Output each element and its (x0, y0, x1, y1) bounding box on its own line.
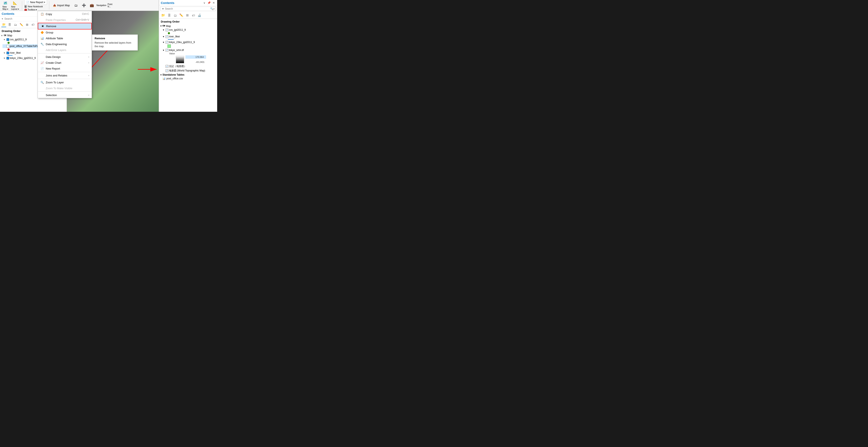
ctx-paste-label: Paste Properties (46, 19, 66, 22)
ctx-separator-1 (38, 53, 92, 54)
ctx-data-design-label: Data Design (46, 55, 61, 58)
right-srtm-checkbox[interactable] (165, 49, 168, 52)
toolbox-label: Toolbox (28, 8, 35, 11)
right-wrench-btn[interactable]: 🔬 (197, 12, 202, 18)
ctx-group-label: Group (46, 31, 53, 34)
left-search-icon: ▼ (1, 18, 4, 20)
post-checkbox[interactable] (6, 45, 9, 48)
srtm-low-value: -43.2401 (185, 60, 206, 64)
right-search-dropdown[interactable]: ▾ (213, 8, 214, 10)
import-map-button[interactable]: 📥 Import Map (51, 3, 71, 8)
right-tree-map[interactable]: ▼ 🗺 Map (159, 24, 217, 28)
ctx-create-chart[interactable]: 📈 Create Chart › (38, 60, 92, 66)
ctx-new-report[interactable]: 📄 New Report (38, 66, 92, 71)
srtm-gradient (176, 56, 184, 63)
toolbar-icon-2[interactable]: ➕ (81, 2, 87, 8)
right-search-input[interactable] (165, 7, 210, 10)
right-filter-icon: ▼ (162, 7, 164, 10)
right-pencil-btn[interactable]: ✏️ (179, 12, 184, 18)
copy-icon: 📋 (40, 12, 44, 16)
ctx-group[interactable]: 🔶 Group (38, 29, 92, 35)
ctx-remove[interactable]: ✖ Remove (38, 23, 92, 29)
joins-icon (40, 73, 44, 77)
right-panel: Contents ∨ 📌 ✕ ▼ 🔍 ▾ 📁 🗄 🗂 ✏️ ⊞ 🏷 🔬 Draw… (159, 0, 217, 112)
ctx-attribute-table-label: Attribute Table (46, 37, 63, 40)
new-layout-label: NewLayout ▾ (11, 6, 19, 10)
toolbox-row: 🧰 Toolbox ▾ (24, 8, 47, 11)
pin-btn[interactable]: 📌 (207, 1, 211, 5)
standalone-arrow: ▼ (160, 74, 162, 76)
right-tokyo-checkbox[interactable] (165, 41, 168, 44)
ctx-attribute-table[interactable]: 📊 Attribute Table (38, 35, 92, 41)
river-checkbox[interactable]: ✓ (6, 52, 9, 54)
right-chikei-checkbox[interactable] (165, 65, 168, 68)
right-tree-chikei2[interactable]: 地形図 (World Topographic Map) (159, 68, 217, 73)
right-grid-btn[interactable]: ⊞ (185, 12, 190, 18)
new-map-button[interactable]: 🗺️ NewMap ▾ (2, 0, 9, 11)
create-chart-arrow: › (88, 61, 89, 64)
right-layers-btn[interactable]: 🗂 (173, 12, 178, 18)
paste-icon (40, 18, 44, 22)
close-btn[interactable]: ✕ (212, 1, 216, 5)
right-db-btn[interactable]: 🗄 (166, 12, 172, 18)
right-tree-csv[interactable]: 📊 post_office.csv (159, 77, 217, 81)
pencil-icon-btn[interactable]: ✏️ (19, 22, 24, 27)
toolbar-icon-3[interactable]: 💼 (89, 2, 95, 8)
ctx-copy[interactable]: 📋 Copy Ctrl+C (38, 11, 92, 17)
right-panel-header: Contents ∨ 📌 ✕ (159, 0, 217, 6)
ctx-separator-2 (38, 72, 92, 72)
toolbar-icon-1[interactable]: 🗂 (73, 2, 79, 8)
new-report-icon: 📄 (26, 1, 29, 4)
right-chikei2-checkbox[interactable] (165, 69, 168, 72)
right-panel-header-buttons: ∨ 📌 ✕ (203, 1, 216, 5)
ctx-separator-4 (38, 91, 92, 92)
separator-1 (22, 1, 22, 10)
srtm-value-label: Value (159, 52, 217, 55)
new-layout-button[interactable]: 📐 NewLayout ▾ (10, 0, 20, 11)
tokyo-label: tokyo_23ku_jgd2011_9 (10, 57, 36, 60)
error-layers-icon (40, 48, 44, 52)
grid-icon-btn[interactable]: ⊞ (25, 22, 30, 27)
cvs-label: cvs_jgd2011_9 (10, 38, 27, 41)
data-design-icon (40, 55, 44, 59)
right-tree-river[interactable]: ▼ river_9kei (159, 35, 217, 38)
tag-icon-btn[interactable]: 🏷 (30, 22, 35, 27)
right-tree-tokyo[interactable]: ▼ tokyo_23ku_jgd2011_9 (159, 40, 217, 44)
new-report-button[interactable]: 📄 New Report ▾ (24, 0, 47, 5)
right-tree-chikei[interactable]: 注記（地形図） (159, 64, 217, 68)
joins-relates-arrow: › (88, 74, 89, 77)
right-tree-srtm[interactable]: ▼ tokyo_srtm.tif (159, 48, 217, 52)
cylinder-icon-btn[interactable]: 🗄 (7, 22, 12, 27)
right-tokyo-symbol (167, 44, 171, 48)
right-cvs-checkbox[interactable] (165, 29, 168, 31)
chevron-down-btn[interactable]: ∨ (203, 1, 206, 5)
ctx-data-design[interactable]: Data Design › (38, 54, 92, 60)
right-tag-btn[interactable]: 🏷 (191, 12, 196, 18)
right-search-icon: 🔍 (210, 7, 213, 10)
right-tree-cvs[interactable]: ▼ cvs_jgd2011_9 (159, 28, 217, 32)
map-label: Map (7, 34, 12, 37)
import-map-label: Import Map (57, 4, 70, 7)
ctx-zoom-to-layer[interactable]: 🔍 Zoom To Layer (38, 79, 92, 85)
right-tree-standalone[interactable]: ▼ Standalone Tables (159, 73, 217, 77)
folder-icon-btn[interactable]: 📁 (1, 22, 6, 27)
ctx-paste-shortcut: Ctrl+Shift+V (75, 19, 89, 21)
right-river-symbol (168, 39, 174, 40)
data-engineering-icon: 🔧 (40, 42, 44, 46)
right-folder-btn[interactable]: 📁 (160, 12, 166, 18)
cvs-checkbox[interactable]: ✓ (6, 38, 9, 41)
post-symbol (7, 49, 10, 51)
ctx-selection[interactable]: Selection › (38, 92, 92, 98)
layer-icon-btn[interactable]: 🗂 (13, 22, 18, 27)
right-csv-label: post_office.csv (166, 77, 183, 80)
ctx-joins-relates[interactable]: Joins and Relates › (38, 72, 92, 78)
ctx-data-engineering[interactable]: 🔧 Data Engineering (38, 41, 92, 47)
selection-icon (40, 93, 44, 97)
tooltip-description: Remove the selected layers from the map. (95, 41, 135, 48)
tokyo-checkbox[interactable]: ✓ (6, 57, 9, 60)
right-map-label: Map (166, 25, 171, 28)
river-label: river_9kei (10, 51, 21, 54)
right-river-checkbox[interactable] (165, 35, 168, 38)
map-arrow: ▼ (160, 25, 162, 27)
toolbox-dropdown: ▾ (36, 8, 37, 11)
